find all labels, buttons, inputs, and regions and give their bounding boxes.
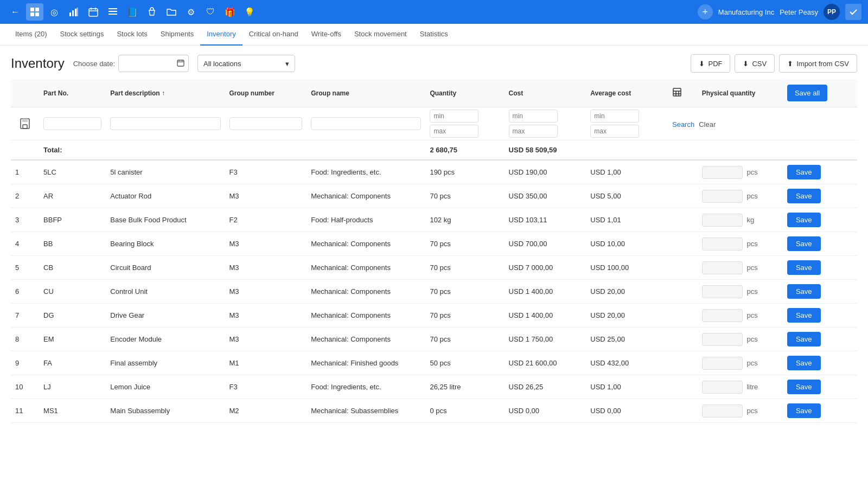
row-partno: FA xyxy=(39,351,106,375)
table-row: 1 5LC 5l canister F3 Food: Ingredients, … xyxy=(11,160,857,184)
row-partno: EM xyxy=(39,328,106,351)
phys-qty-input[interactable] xyxy=(702,237,743,251)
location-select[interactable]: All locations ▾ xyxy=(197,55,295,72)
row-cost: USD 190,00 xyxy=(505,160,586,184)
save-row-button[interactable]: Save xyxy=(787,403,821,418)
row-desc: Bearing Block xyxy=(106,232,225,256)
user-avatar[interactable]: PP xyxy=(824,4,840,20)
row-group: M1 xyxy=(225,351,307,375)
table-row: 11 MS1 Main Subassembly M2 Mechanical: S… xyxy=(11,399,857,423)
back-icon[interactable]: ← xyxy=(7,3,24,21)
chart-icon[interactable] xyxy=(65,3,82,21)
filter-qty-min[interactable] xyxy=(430,110,478,123)
tab-writeoffs[interactable]: Write-offs xyxy=(305,24,348,46)
csv-button[interactable]: ⬇ CSV xyxy=(735,54,775,73)
filter-gname-input[interactable] xyxy=(311,117,421,130)
filter-cost-min[interactable] xyxy=(509,110,558,123)
save-row-button[interactable]: Save xyxy=(787,213,821,227)
phys-qty-input[interactable] xyxy=(702,190,743,203)
tab-movement[interactable]: Stock movement xyxy=(348,24,413,46)
save-row-button[interactable]: Save xyxy=(787,356,821,370)
row-save-cell: Save xyxy=(783,304,857,328)
pdf-button[interactable]: ⬇ PDF xyxy=(691,54,730,73)
total-qty: 2 680,75 xyxy=(425,140,504,160)
filter-cost-max[interactable] xyxy=(509,125,558,138)
phys-qty-input[interactable] xyxy=(702,309,743,322)
row-phyqty-cell: kg xyxy=(698,208,783,232)
folder-icon[interactable] xyxy=(163,3,180,21)
save-row-button[interactable]: Save xyxy=(787,236,821,251)
row-gname: Mechanical: Components xyxy=(307,328,425,351)
tab-shipments[interactable]: Shipments xyxy=(154,24,200,46)
spinner-icon[interactable]: ◎ xyxy=(46,3,63,21)
row-gname: Mechanical: Finished goods xyxy=(307,351,425,375)
book-icon[interactable]: 📘 xyxy=(124,3,141,21)
filter-partno-cell xyxy=(39,107,106,140)
tab-items[interactable]: Items (20) xyxy=(9,24,54,46)
phys-qty-input[interactable] xyxy=(702,357,743,370)
row-group: F3 xyxy=(225,375,307,399)
list-icon[interactable] xyxy=(104,3,122,21)
import-csv-button[interactable]: ⬆ Import from CSV xyxy=(779,54,857,73)
check-icon[interactable] xyxy=(845,4,861,20)
row-partno: AR xyxy=(39,184,106,208)
row-phyqty-cell: litre xyxy=(698,375,783,399)
save-row-button[interactable]: Save xyxy=(787,284,821,299)
row-avgcost: USD 1,00 xyxy=(586,375,668,399)
row-num: 7 xyxy=(11,304,39,328)
page-header: Inventory Choose date: All locations ▾ ⬇… xyxy=(0,46,868,79)
tab-stock-settings[interactable]: Stock settings xyxy=(54,24,111,46)
calendar-icon[interactable] xyxy=(85,3,102,21)
shield-icon[interactable]: 🛡 xyxy=(202,3,219,21)
save-row-button[interactable]: Save xyxy=(787,260,821,275)
row-partno: CB xyxy=(39,256,106,280)
gift-icon[interactable]: 🎁 xyxy=(221,3,239,21)
phys-qty-input[interactable] xyxy=(702,404,743,418)
phys-qty-input[interactable] xyxy=(702,333,743,346)
row-desc: 5l canister xyxy=(106,160,225,184)
save-filter-icon[interactable] xyxy=(19,118,31,130)
bulb-icon[interactable]: 💡 xyxy=(241,3,258,21)
phys-qty-input[interactable] xyxy=(702,285,743,298)
row-partno: MS1 xyxy=(39,399,106,423)
col-header-desc[interactable]: Part description ↑ xyxy=(106,79,225,107)
tab-stock-lots[interactable]: Stock lots xyxy=(110,24,154,46)
save-row-button[interactable]: Save xyxy=(787,332,821,346)
phys-qty-input[interactable] xyxy=(702,214,743,227)
tab-critical[interactable]: Critical on-hand xyxy=(242,24,305,46)
row-qty: 70 pcs xyxy=(425,184,504,208)
search-button[interactable]: Search xyxy=(672,120,694,129)
bag-icon[interactable] xyxy=(143,3,161,21)
save-row-button[interactable]: Save xyxy=(787,380,821,394)
svg-rect-5 xyxy=(72,10,74,16)
save-row-button[interactable]: Save xyxy=(787,189,821,203)
row-avgcost: USD 10,00 xyxy=(586,232,668,256)
save-all-button[interactable]: Save all xyxy=(787,85,827,101)
add-button[interactable]: + xyxy=(698,4,713,20)
tab-inventory[interactable]: Inventory xyxy=(200,24,242,46)
filter-partno-input[interactable] xyxy=(43,117,101,130)
phys-qty-input[interactable] xyxy=(702,261,743,274)
tab-statistics[interactable]: Statistics xyxy=(413,24,455,46)
row-phyqty-cell: pcs xyxy=(698,184,783,208)
filter-qty-max[interactable] xyxy=(430,125,478,138)
save-row-button[interactable]: Save xyxy=(787,308,821,323)
filter-desc-input[interactable] xyxy=(110,117,220,130)
phys-qty-input[interactable] xyxy=(702,166,743,179)
row-group: M3 xyxy=(225,232,307,256)
top-toolbar: ← ◎ 📘 ⚙ 🛡 🎁 💡 + Manufacturing Inc Peter … xyxy=(0,0,868,24)
clear-button[interactable]: Clear xyxy=(699,120,716,129)
filter-avgcost-max[interactable] xyxy=(590,125,639,138)
settings-icon[interactable]: ⚙ xyxy=(182,3,200,21)
date-chooser: Choose date: xyxy=(73,55,189,72)
row-qty: 26,25 litre xyxy=(425,375,504,399)
filter-avgcost-min[interactable] xyxy=(590,110,639,123)
row-phyqty-cell: pcs xyxy=(698,399,783,423)
row-num: 4 xyxy=(11,232,39,256)
row-partno: BB xyxy=(39,232,106,256)
filter-group-input[interactable] xyxy=(229,117,303,130)
save-row-button[interactable]: Save xyxy=(787,165,821,179)
phys-qty-input[interactable] xyxy=(702,381,743,394)
dashboard-icon[interactable] xyxy=(26,3,43,21)
row-qty: 70 pcs xyxy=(425,280,504,304)
